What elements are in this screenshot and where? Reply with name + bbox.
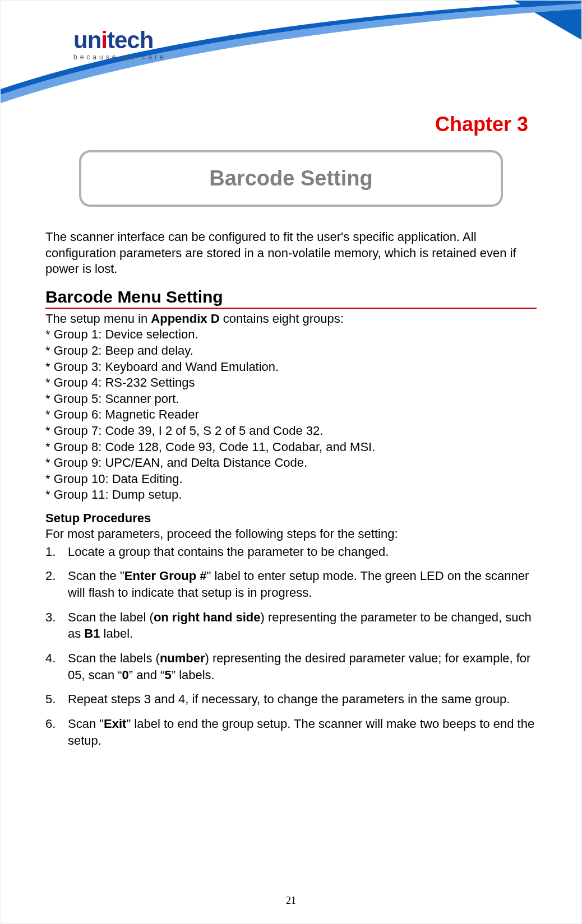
step-text: Locate a group that contains the paramet… [68,545,389,559]
list-item: * Group 1: Device selection. [45,327,537,343]
setup-intro-bold: Appendix D [151,312,219,326]
list-item: * Group 2: Beep and delay. [45,343,537,359]
step-bold: 0 [122,668,129,682]
list-item: * Group 11: Dump setup. [45,487,537,503]
setup-intro-pre: The setup menu in [45,312,151,326]
section-heading: Barcode Menu Setting [45,287,537,309]
list-item: * Group 10: Data Editing. [45,471,537,487]
step-text: " label to end the group setup. The scan… [68,717,534,747]
step-body: Scan the label (on right hand side) repr… [68,609,537,642]
intro-paragraph: The scanner interface can be configured … [45,229,537,277]
page-title: Barcode Setting [87,166,495,191]
chapter-label: Chapter 3 [45,113,537,136]
list-item: * Group 8: Code 128, Code 93, Code 11, C… [45,439,537,456]
title-box: Barcode Setting [79,150,503,207]
step-bold: number [160,651,205,665]
step-text: Scan the " [68,569,124,583]
step-text: Repeat steps 3 and 4, if necessary, to c… [68,692,510,706]
subheading: Setup Procedures [45,511,537,526]
step-text: ” and “ [129,668,165,682]
list-item: * Group 3: Keyboard and Wand Emulation. [45,359,537,375]
step-bold: 5 [164,668,171,682]
step-bold: on right hand side [154,610,261,624]
step-number: 5. [45,691,68,708]
step-number: 4. [45,650,68,683]
page-number: 21 [1,895,581,907]
step-bold: Exit [104,717,126,731]
step-item: 5. Repeat steps 3 and 4, if necessary, t… [45,691,537,708]
step-number: 1. [45,544,68,560]
step-item: 3. Scan the label (on right hand side) r… [45,609,537,642]
step-body: Locate a group that contains the paramet… [68,544,537,560]
procedures-intro: For most parameters, proceed the followi… [45,526,537,542]
list-item: * Group 6: Magnetic Reader [45,407,537,423]
list-item: * Group 9: UPC/EAN, and Delta Distance C… [45,455,537,471]
step-body: Scan the labels (number) representing th… [68,650,537,683]
step-item: 6. Scan "Exit" label to end the group se… [45,716,537,749]
step-item: 1. Locate a group that contains the para… [45,544,537,560]
page-content: Chapter 3 Barcode Setting The scanner in… [1,1,581,749]
document-page: unitech because we care Chapter 3 Barcod… [0,0,582,924]
list-item: * Group 4: RS-232 Settings [45,375,537,391]
list-item: * Group 5: Scanner port. [45,391,537,407]
step-text: Scan " [68,717,104,731]
step-text: ” labels. [172,668,215,682]
step-text: label. [100,626,133,640]
setup-intro-post: contains eight groups: [220,312,344,326]
step-bold: Enter Group # [124,569,207,583]
step-body: Scan "Exit" label to end the group setup… [68,716,537,749]
step-text: Scan the label ( [68,610,154,624]
step-number: 3. [45,609,68,642]
step-item: 4. Scan the labels (number) representing… [45,650,537,683]
step-number: 6. [45,716,68,749]
step-number: 2. [45,568,68,601]
list-item: * Group 7: Code 39, I 2 of 5, S 2 of 5 a… [45,423,537,439]
steps-list: 1. Locate a group that contains the para… [45,544,537,749]
group-list: * Group 1: Device selection. * Group 2: … [45,327,537,503]
setup-intro-line: The setup menu in Appendix D contains ei… [45,311,537,327]
step-text: Scan the labels ( [68,651,160,665]
step-body: Scan the "Enter Group #" label to enter … [68,568,537,601]
step-item: 2. Scan the "Enter Group #" label to ent… [45,568,537,601]
step-bold: B1 [84,626,100,640]
step-body: Repeat steps 3 and 4, if necessary, to c… [68,691,537,708]
